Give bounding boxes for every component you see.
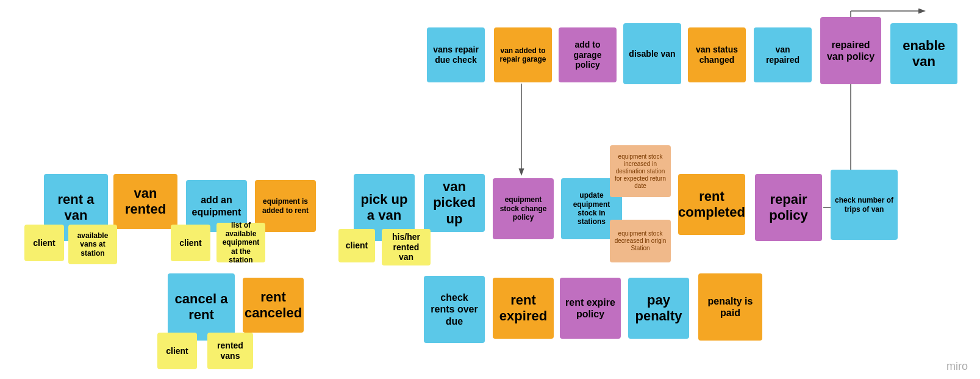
client-2-label: client [179,238,202,248]
van-rented[interactable]: van rented [113,174,177,229]
rent-canceled-label: rent canceled [245,289,302,322]
rented-vans-label: rented vans [211,341,249,361]
pick-up-a-van-label: pick up a van [357,192,411,224]
equipment-stock-decreased-label: equipment stock decreased in origin Stat… [613,230,667,252]
equipment-stock-increased-label: equipment stock increased in destination… [613,153,667,190]
van-picked-up-label: van picked up [427,179,481,227]
cancel-a-rent[interactable]: cancel a rent [168,273,235,341]
client-4[interactable]: client [157,333,197,369]
van-status-changed[interactable]: van status changed [688,27,746,82]
repair-policy[interactable]: repair policy [755,174,822,241]
add-to-garage-policy[interactable]: add to garage policy [559,27,617,82]
enable-van[interactable]: enable van [890,23,957,84]
van-repaired-label: van repaired [757,45,808,65]
disable-van-label: disable van [629,49,675,59]
available-vans-at-station[interactable]: available vans at station [68,225,117,264]
rent-expired[interactable]: rent expired [493,278,554,339]
miro-watermark: miro [946,360,968,373]
check-number-of-trips-of-van-label: check number of trips of van [834,196,894,214]
client-1[interactable]: client [24,225,64,261]
van-rented-label: van rented [117,186,174,218]
vans-repair-due-check-label: vans repair due check [431,45,481,65]
rent-completed[interactable]: rent completed [678,174,745,235]
canvas: vans repair due checkvan added to repair… [0,0,980,379]
cancel-a-rent-label: cancel a rent [171,291,231,323]
vans-repair-due-check[interactable]: vans repair due check [427,27,485,82]
enable-van-label: enable van [894,38,954,70]
equipment-stock-change-policy[interactable]: equipment stock change policy [493,178,554,239]
add-to-garage-policy-label: add to garage policy [562,40,613,70]
check-rents-over-due-label: check rents over due [427,292,481,327]
rent-expire-policy-label: rent expire policy [563,297,617,320]
penalty-is-paid[interactable]: penalty is paid [698,273,762,341]
client-3-label: client [346,240,368,251]
add-an-equipment-label: add an equipment [190,194,243,217]
client-4-label: client [166,346,188,356]
rented-vans[interactable]: rented vans [207,333,253,369]
disable-van[interactable]: disable van [623,23,681,84]
client-1-label: client [33,238,55,248]
his-her-rented-van[interactable]: his/her rented van [382,229,431,265]
repaired-van-policy-label: repaired van policy [824,39,878,62]
van-picked-up[interactable]: van picked up [424,174,485,232]
van-added-to-repair-garage-label: van added to repair garage [498,46,548,64]
van-repaired[interactable]: van repaired [754,27,812,82]
client-2[interactable]: client [171,225,210,261]
van-status-changed-label: van status changed [692,45,742,65]
rent-expire-policy[interactable]: rent expire policy [560,278,621,339]
check-number-of-trips-of-van[interactable]: check number of trips of van [831,170,898,240]
list-available-equipment-label: list of available equipment at the stati… [220,221,262,265]
check-rents-over-due[interactable]: check rents over due [424,276,485,343]
list-available-equipment[interactable]: list of available equipment at the stati… [216,223,265,262]
equipment-stock-decreased[interactable]: equipment stock decreased in origin Stat… [610,220,671,262]
pay-penalty-label: pay penalty [632,292,685,325]
repair-policy-label: repair policy [759,192,818,224]
rent-a-van-label: rent a van [48,192,104,224]
rent-canceled[interactable]: rent canceled [243,278,304,333]
repaired-van-policy[interactable]: repaired van policy [820,17,881,84]
equipment-is-added-to-rent-label: equipment is added to rent [259,197,312,215]
available-vans-at-station-label: available vans at station [72,231,113,258]
penalty-is-paid-label: penalty is paid [702,295,759,319]
rent-completed-label: rent completed [678,189,745,221]
rent-expired-label: rent expired [496,292,550,325]
equipment-stock-change-policy-label: equipment stock change policy [496,195,550,222]
van-added-to-repair-garage[interactable]: van added to repair garage [494,27,552,82]
his-her-rented-van-label: his/her rented van [385,232,427,262]
pay-penalty[interactable]: pay penalty [628,278,689,339]
client-3[interactable]: client [338,229,375,262]
equipment-stock-increased[interactable]: equipment stock increased in destination… [610,145,671,197]
